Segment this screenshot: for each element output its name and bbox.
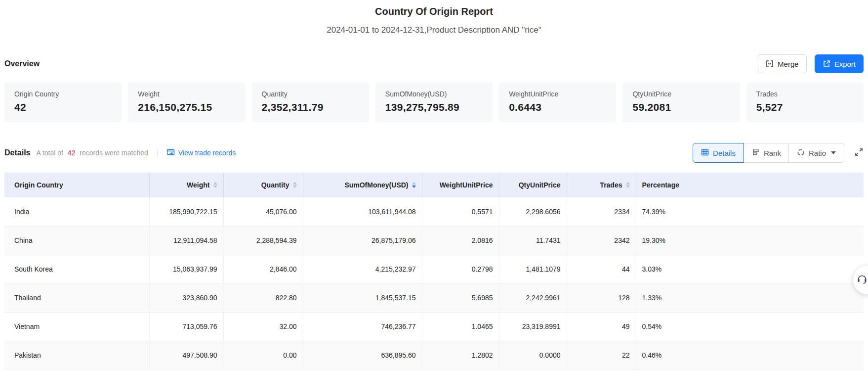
tab-details[interactable]: Details — [693, 143, 744, 163]
column-header-weight[interactable]: Weight — [149, 173, 223, 197]
export-button[interactable]: Export — [815, 54, 864, 73]
cell-percentage: 1.33% — [636, 283, 864, 312]
card-label: Quantity — [262, 90, 359, 98]
chevron-down-icon — [831, 151, 836, 154]
details-bar: Details A total of 42 records were match… — [4, 143, 864, 163]
cell-qty-unit-price: 2,242.9961 — [499, 283, 567, 312]
column-header-origin-country: Origin Country — [4, 173, 149, 197]
view-trade-records-link[interactable]: View trade records — [166, 148, 236, 158]
fullscreen-icon — [854, 147, 864, 159]
table-body: India185,990,722.1545,076.00103,611,944.… — [4, 197, 864, 370]
table-row: Vietnam713,059.7632.00746,236.771.046523… — [4, 312, 864, 341]
column-label: Percentage — [642, 181, 679, 189]
overview-heading: Overview — [4, 59, 40, 68]
column-label: WeightUnitPrice — [440, 181, 493, 189]
match-suffix: records were matched — [80, 149, 148, 157]
cell-weight: 497,508.90 — [149, 341, 223, 370]
page-title: Country Of Origin Report — [4, 5, 864, 18]
column-header-quantity[interactable]: Quantity — [223, 173, 303, 197]
match-count: 42 — [68, 149, 76, 157]
sort-icon[interactable] — [626, 182, 630, 188]
export-button-label: Export — [834, 60, 856, 68]
cell-weight: 323,860.90 — [149, 283, 223, 312]
overview-card-weight: Weight216,150,275.15 — [128, 83, 245, 122]
overview-actions: Merge Export — [758, 54, 864, 73]
sort-icon[interactable] — [293, 182, 297, 188]
cell-origin-country: Vietnam — [4, 312, 149, 341]
cell-weight-unit-price: 5.6985 — [422, 283, 499, 312]
cell-weight-unit-price: 0.2798 — [422, 255, 499, 283]
cell-qty-unit-price: 11.7431 — [499, 226, 567, 255]
cell-quantity: 0.00 — [223, 341, 303, 370]
cell-quantity: 45,076.00 — [223, 197, 303, 226]
match-prefix: A total of — [36, 149, 63, 157]
cell-sum-of-money-usd: 636,895.60 — [303, 341, 422, 370]
merge-button-label: Merge — [778, 60, 799, 68]
column-header-trades[interactable]: Trades — [567, 173, 636, 197]
cell-percentage: 3.03% — [636, 255, 864, 283]
table-row: Thailand323,860.90822.801,845,537.155.69… — [4, 283, 864, 312]
table-header-row: Origin CountryWeightQuantitySumOfMoney(U… — [4, 173, 864, 197]
merge-button[interactable]: Merge — [758, 54, 807, 73]
cell-trades: 128 — [567, 283, 636, 312]
card-value: 42 — [14, 101, 112, 113]
sort-icon[interactable] — [412, 182, 416, 188]
cell-weight: 185,990,722.15 — [149, 197, 223, 226]
cell-quantity: 2,288,594.39 — [223, 226, 303, 255]
cell-origin-country: Thailand — [4, 283, 149, 312]
cell-trades: 22 — [567, 341, 636, 370]
divider — [157, 149, 158, 157]
details-left: Details A total of 42 records were match… — [4, 148, 236, 158]
column-header-qty-unit-price: QtyUnitPrice — [499, 173, 567, 197]
fullscreen-button[interactable] — [854, 147, 864, 159]
cell-sum-of-money-usd: 1,845,537.15 — [303, 283, 422, 312]
card-label: Trades — [756, 90, 854, 98]
column-header-sum-of-money-usd[interactable]: SumOfMoney(USD) — [303, 173, 422, 197]
overview-header: Overview Merge Export — [4, 54, 864, 74]
table-row: India185,990,722.1545,076.00103,611,944.… — [4, 197, 864, 226]
cell-sum-of-money-usd: 103,611,944.08 — [303, 197, 422, 226]
ratio-circle-icon — [797, 148, 805, 158]
card-value: 59.2081 — [632, 101, 730, 113]
cell-percentage: 0.54% — [636, 312, 864, 341]
rank-icon — [752, 148, 760, 158]
overview-card-quantity: Quantity2,352,311.79 — [252, 83, 369, 122]
match-summary: A total of 42 records were matched — [36, 149, 148, 157]
tab-rank[interactable]: Rank — [744, 143, 789, 163]
cell-quantity: 2,846.00 — [223, 255, 303, 283]
cell-weight: 12,911,094.58 — [149, 226, 223, 255]
cell-weight-unit-price: 1.0465 — [422, 312, 499, 341]
tab-details-label: Details — [713, 149, 736, 157]
overview-card-trades: Trades5,527 — [746, 83, 864, 122]
table-row: Pakistan497,508.900.00636,895.601.28020.… — [4, 341, 864, 370]
cell-weight-unit-price: 0.5571 — [422, 197, 499, 226]
card-value: 216,150,275.15 — [138, 101, 235, 113]
cell-sum-of-money-usd: 4,215,232.97 — [303, 255, 422, 283]
cell-percentage: 0.46% — [636, 341, 864, 370]
card-label: Weight — [138, 90, 235, 98]
details-table-icon — [701, 148, 709, 158]
cell-trades: 2342 — [567, 226, 636, 255]
column-header-percentage: Percentage — [636, 173, 864, 197]
card-label: QtyUnitPrice — [632, 90, 730, 98]
cell-qty-unit-price: 1,481.1079 — [499, 255, 567, 283]
tab-ratio[interactable]: Ratio — [788, 143, 844, 163]
column-label: QtyUnitPrice — [519, 181, 561, 189]
cell-weight: 713,059.76 — [149, 312, 223, 341]
cell-percentage: 74.39% — [636, 197, 864, 226]
overview-card-weightunitprice: WeightUnitPrice0.6443 — [499, 83, 616, 122]
tab-rank-label: Rank — [764, 149, 781, 157]
cell-qty-unit-price: 2,298.6056 — [499, 197, 567, 226]
headset-icon — [857, 274, 868, 286]
report-filter-subtitle: 2024-01-01 to 2024-12-31,Product Descrip… — [4, 24, 864, 36]
cell-weight: 15,063,937.99 — [149, 255, 223, 283]
card-value: 2,352,311.79 — [262, 101, 359, 113]
cell-trades: 49 — [567, 312, 636, 341]
view-trade-records-label: View trade records — [178, 149, 236, 157]
column-header-weight-unit-price: WeightUnitPrice — [422, 173, 499, 197]
tab-ratio-label: Ratio — [809, 149, 826, 157]
column-label: Trades — [600, 181, 622, 189]
sort-icon[interactable] — [213, 182, 217, 188]
column-label: Weight — [187, 181, 209, 189]
view-records-icon — [166, 148, 175, 158]
